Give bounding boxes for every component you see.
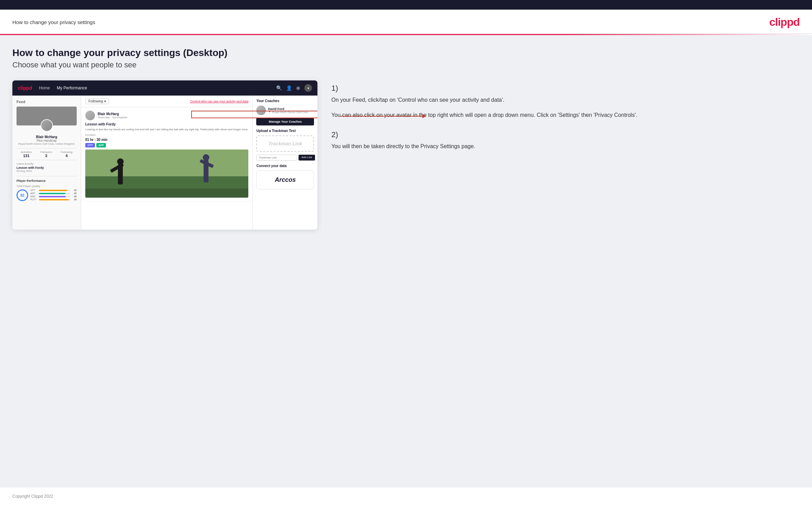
tag-ott: OTT — [85, 143, 95, 147]
following-button[interactable]: Following ▾ — [85, 98, 109, 104]
instruction-2-number: 2) — [331, 130, 800, 139]
logo: clippd — [769, 16, 800, 29]
trackman-title: Upload a Trackman Test — [256, 129, 314, 133]
post-header: Blair McHarg Yesterday · Sunningdale — [85, 111, 248, 120]
bar-ott: OTT 90 — [30, 189, 77, 191]
post-avatar-img — [85, 111, 95, 120]
avatar-img: ▾ — [307, 86, 309, 90]
feed-tab-label: Feed — [17, 100, 77, 104]
quality-label: Total Player Quality — [17, 185, 77, 188]
profile-name: Blair McHarg — [17, 135, 77, 139]
instruction-1-text: On your Feed, click/tap on 'Control who … — [331, 96, 800, 104]
app-screenshot-inner: clippd Home My Performance 🔍 👤 ⊕ ▾ — [12, 80, 317, 230]
avatar-button[interactable]: ▾ — [304, 84, 312, 92]
latest-activity-label: Latest Activity — [17, 162, 77, 165]
arrow-tip — [422, 114, 426, 118]
bar-app: APP 85 — [30, 192, 77, 195]
instructions-panel: 1) On your Feed, click/tap on 'Control w… — [331, 80, 800, 165]
stat-followers-label: Followers — [40, 151, 52, 154]
user-icon[interactable]: 👤 — [286, 85, 292, 91]
stat-following: Following 4 — [61, 151, 73, 158]
app-screenshot: clippd Home My Performance 🔍 👤 ⊕ ▾ — [12, 80, 317, 230]
arccos-text: Arccos — [259, 176, 311, 184]
connect-title: Connect your data — [256, 164, 314, 168]
page-subheading: Choose what you want people to see — [12, 60, 800, 69]
profile-banner — [17, 107, 77, 125]
help-icon[interactable]: ⊕ — [296, 85, 300, 91]
quality-circle: 92 — [17, 189, 28, 201]
profile-avatar-img — [41, 120, 52, 131]
app-nav: clippd Home My Performance 🔍 👤 ⊕ ▾ — [12, 80, 317, 96]
app-nav-logo: clippd — [18, 85, 32, 91]
stat-activities: Activities 131 — [21, 151, 32, 158]
header: How to change your privacy settings clip… — [0, 10, 812, 34]
footer-text: Copyright Clippd 2022 — [12, 494, 53, 499]
content-area: clippd Home My Performance 🔍 👤 ⊕ ▾ — [12, 80, 800, 230]
coach-name: David Ford — [268, 107, 307, 111]
perf-title: Player Performance — [17, 179, 77, 183]
trackman-section: Upload a Trackman Test Trackman Link Add… — [256, 129, 314, 161]
profile-stats: Activities 131 Followers 3 Following 4 — [17, 148, 77, 160]
nav-home[interactable]: Home — [39, 86, 50, 90]
nav-my-performance[interactable]: My Performance — [57, 86, 87, 90]
add-link-button[interactable]: Add Link — [299, 155, 315, 161]
page-heading: How to change your privacy settings (Des… — [12, 47, 800, 58]
trackman-input[interactable] — [256, 155, 297, 161]
coach-club: 📍 Royal North Devon Golf Club — [268, 111, 307, 114]
manage-coaches-button[interactable]: Manage Your Coaches — [256, 118, 314, 125]
latest-activity-value: Lesson with Fordy — [17, 166, 77, 169]
trackman-box: Trackman Link — [256, 135, 314, 152]
app-feed: Following ▾ Control who can see your act… — [81, 96, 253, 230]
golf-scene — [85, 150, 248, 198]
post-author-name: Blair McHarg — [98, 112, 127, 116]
feed-post: Blair McHarg Yesterday · Sunningdale Les… — [81, 107, 252, 201]
coach-info: David Ford 📍 Royal North Devon Golf Club — [268, 107, 307, 114]
post-description: Looking to feel like my hands are exitin… — [85, 128, 248, 131]
post-tags: OTT APP — [85, 143, 248, 147]
app-nav-right: 🔍 👤 ⊕ ▾ — [276, 84, 312, 92]
post-author-info: Blair McHarg Yesterday · Sunningdale — [98, 112, 127, 119]
latest-activity-date: 03 Aug 2022 — [17, 169, 77, 173]
player-performance: Player Performance Total Player Quality … — [17, 176, 77, 201]
post-meta: Yesterday · Sunningdale — [98, 116, 127, 119]
app-sidebar: Feed Blair McHarg Plus Handicap Royal No… — [12, 96, 81, 230]
arccos-box: Arccos — [256, 170, 314, 189]
tag-app: APP — [96, 143, 106, 147]
arrow-shaft — [340, 116, 422, 117]
arrow-overlay — [340, 114, 426, 118]
post-duration-value: 01 hr : 30 min — [85, 138, 248, 142]
post-title: Lesson with Fordy — [85, 122, 248, 126]
profile-avatar — [41, 119, 53, 132]
stat-activities-value: 131 — [21, 154, 32, 158]
stat-following-value: 4 — [61, 154, 73, 158]
quality-row: 92 OTT 90 APP — [17, 189, 77, 201]
instruction-2-text: You will then be taken directly to the P… — [331, 142, 800, 151]
bar-putt: PUTT 96 — [30, 198, 77, 201]
trackman-placeholder: Trackman Link — [260, 141, 311, 146]
header-title: How to change your privacy settings — [12, 19, 95, 25]
post-image — [85, 150, 248, 198]
app-body: Feed Blair McHarg Plus Handicap Royal No… — [12, 96, 317, 230]
coach-avatar — [256, 106, 266, 115]
control-privacy-link[interactable]: Control who can see your activity and da… — [190, 100, 249, 103]
app-screenshot-wrapper: clippd Home My Performance 🔍 👤 ⊕ ▾ — [12, 80, 317, 230]
app-right-panel: Your Coaches David Ford 📍 Royal North De… — [253, 96, 317, 230]
instruction-1-number: 1) — [331, 84, 800, 93]
profile-handicap: Plus Handicap — [17, 139, 77, 142]
main-content: How to change your privacy settings (Des… — [0, 35, 812, 487]
connect-section: Connect your data Arccos — [256, 164, 314, 189]
stat-followers: Followers 3 — [40, 151, 52, 158]
instruction-2: 2) You will then be taken directly to th… — [331, 130, 800, 151]
coach-item: David Ford 📍 Royal North Devon Golf Club — [256, 106, 314, 115]
stat-following-label: Following — [61, 151, 73, 154]
stat-followers-value: 3 — [40, 154, 52, 158]
location-icon: 📍 — [268, 111, 271, 114]
trackman-input-row: Add Link — [256, 155, 314, 161]
stat-activities-label: Activities — [21, 151, 32, 154]
post-duration-label: Duration — [85, 133, 248, 136]
profile-club: Royal North Devon Golf Club, United King… — [17, 142, 77, 145]
search-icon[interactable]: 🔍 — [276, 85, 282, 91]
svg-rect-2 — [85, 189, 248, 195]
feed-header: Following ▾ Control who can see your act… — [81, 96, 252, 107]
top-bar — [0, 0, 812, 10]
